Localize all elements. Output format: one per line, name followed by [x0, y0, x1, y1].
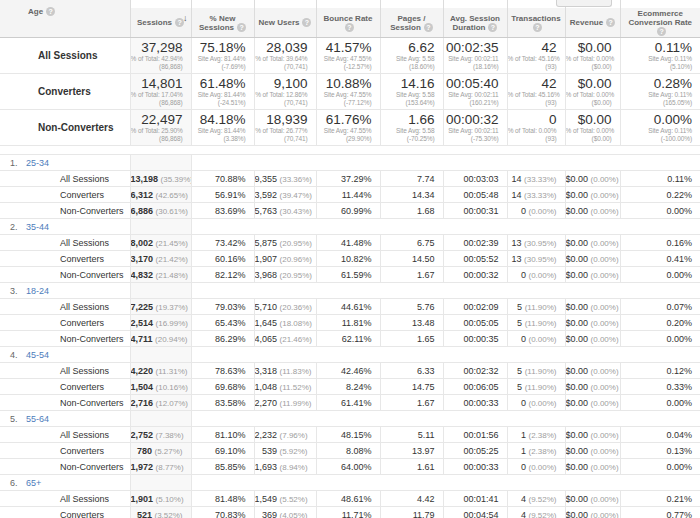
- bounce-rate-cell: 61.76%Site Avg: 47.55%(29.90%): [316, 110, 380, 146]
- column-label: Bounce Rate: [324, 14, 373, 23]
- revenue-cell: $0.00 (0.00%): [565, 203, 620, 219]
- new-users-cell: 2,270 (11.99%): [254, 395, 316, 411]
- pages-session-cell: 1.66Site Avg: 5.58(-70.25%): [380, 110, 443, 146]
- empty-cell: [191, 219, 700, 235]
- transactions-cell: 4 (9.52%): [507, 507, 565, 518]
- summary-row-label: All Sessions: [0, 38, 130, 74]
- help-icon[interactable]: ?: [424, 23, 433, 32]
- age-group-header-row: 2.35-44: [0, 219, 700, 235]
- summary-row-label: Non-Converters: [0, 110, 130, 146]
- pages-session-cell: 14.50: [380, 251, 443, 267]
- age-range-link[interactable]: 35-44: [26, 222, 49, 232]
- sessions-cell: [130, 283, 191, 299]
- empty-cell: [191, 283, 700, 299]
- sessions-cell: [130, 155, 191, 171]
- pages-session-cell: 11.79: [380, 507, 443, 518]
- column-header-bounce-rate[interactable]: Bounce Rate?: [316, 0, 380, 38]
- age-range-link[interactable]: 65+: [26, 478, 41, 488]
- column-label: Ecommerce Conversion Rate: [628, 9, 692, 27]
- sessions-cell: 780 (5.27%): [130, 443, 191, 459]
- new-sessions-cell: 84.18%Site Avg: 81.44%(3.38%): [191, 110, 254, 146]
- revenue-cell: $0.00 (0.00%): [565, 299, 620, 315]
- help-icon[interactable]: ?: [237, 23, 246, 32]
- column-header-percent-new-sessions[interactable]: % New Sessions?: [191, 0, 254, 38]
- help-icon[interactable]: ?: [533, 23, 542, 32]
- column-label: Transactions: [511, 14, 560, 23]
- partial-toolbar-button[interactable]: [556, 0, 612, 7]
- segment-row: Converters 1,504 (10.16%) 69.68% 1,048 (…: [0, 379, 700, 395]
- sessions-cell: 4,832 (21.48%): [130, 267, 191, 283]
- revenue-cell: $0.00 (0.00%): [565, 251, 620, 267]
- ecommerce-conversion-rate-cell: 0.04%: [620, 427, 700, 443]
- column-header-sessions[interactable]: Sessions?↓: [130, 0, 191, 38]
- sessions-cell: 2,514 (16.99%): [130, 315, 191, 331]
- bounce-rate-cell: 61.41%: [316, 395, 380, 411]
- sessions-cell: 4,220 (11.31%): [130, 363, 191, 379]
- new-sessions-cell: 56.91%: [191, 187, 254, 203]
- row-number: 3.: [10, 286, 26, 296]
- revenue-cell: $0.00 (0.00%): [565, 171, 620, 187]
- help-icon[interactable]: ?: [606, 18, 615, 27]
- bounce-rate-cell: 8.08%: [316, 443, 380, 459]
- new-sessions-cell: 75.18%Site Avg: 81.44%(-7.69%): [191, 38, 254, 74]
- new-users-cell: 2,232 (7.96%): [254, 427, 316, 443]
- segment-row: All Sessions 8,002 (21.45%) 73.42% 5,875…: [0, 235, 700, 251]
- new-sessions-cell: 81.10%: [191, 427, 254, 443]
- transactions-cell: 0 (0.00%): [507, 267, 565, 283]
- segment-row: All Sessions 2,752 (7.38%) 81.10% 2,232 …: [0, 427, 700, 443]
- age-range-link[interactable]: 18-24: [26, 286, 49, 296]
- new-sessions-cell: 70.83%: [191, 507, 254, 518]
- row-number: 5.: [10, 414, 26, 424]
- ecommerce-conversion-rate-cell: 0.20%: [620, 315, 700, 331]
- help-icon[interactable]: ?: [46, 7, 55, 16]
- sessions-cell: [130, 219, 191, 235]
- column-header-ecommerce-conversion-rate[interactable]: Ecommerce Conversion Rate?: [620, 0, 700, 38]
- column-header-pages-session[interactable]: Pages / Session?: [380, 0, 443, 38]
- column-header-new-users[interactable]: New Users?: [254, 0, 316, 38]
- column-header-avg-session-duration[interactable]: Avg. Session Duration?: [443, 0, 507, 38]
- age-range-link[interactable]: 25-34: [26, 158, 49, 168]
- session-duration-cell: 00:05:05: [443, 315, 507, 331]
- help-icon[interactable]: ?: [657, 27, 666, 36]
- new-sessions-cell: 81.48%: [191, 491, 254, 507]
- session-duration-cell: 00:00:32: [443, 267, 507, 283]
- revenue-cell: $0.00 (0.00%): [565, 267, 620, 283]
- segment-row: All Sessions 13,198 (35.39%) 70.88% 9,35…: [0, 171, 700, 187]
- help-icon[interactable]: ?: [488, 23, 497, 32]
- pages-session-cell: 6.33: [380, 363, 443, 379]
- age-group-label-cell: 6.65+: [0, 475, 130, 491]
- bounce-rate-cell: 60.99%: [316, 203, 380, 219]
- column-header-age[interactable]: Age?: [0, 0, 130, 38]
- age-group-label-cell: 2.35-44: [0, 219, 130, 235]
- sessions-cell: 1,972 (8.77%): [130, 459, 191, 475]
- ecommerce-conversion-rate-cell: 0.41%: [620, 251, 700, 267]
- sessions-cell: 8,002 (21.45%): [130, 235, 191, 251]
- transactions-cell: 0 (0.00%): [507, 203, 565, 219]
- transactions-cell: 13 (30.95%): [507, 251, 565, 267]
- sessions-cell: [130, 475, 191, 491]
- segment-row: Non-Converters 6,886 (30.61%) 83.69% 5,7…: [0, 203, 700, 219]
- new-users-cell: 9,355 (33.36%): [254, 171, 316, 187]
- bounce-rate-cell: 11.71%: [316, 507, 380, 518]
- sessions-cell: 3,170 (21.42%): [130, 251, 191, 267]
- ecommerce-conversion-rate-cell: 0.28%Site Avg: 0.11%(165.05%): [620, 74, 700, 110]
- new-users-cell: 1,693 (8.94%): [254, 459, 316, 475]
- session-duration-cell: 00:01:56: [443, 427, 507, 443]
- help-icon[interactable]: ?: [302, 18, 311, 27]
- help-icon[interactable]: ?: [345, 23, 354, 32]
- new-users-cell: 539 (5.92%): [254, 443, 316, 459]
- ecommerce-conversion-rate-cell: 0.33%: [620, 379, 700, 395]
- sessions-cell: 4,711 (20.94%): [130, 331, 191, 347]
- segment-row-label: All Sessions: [0, 491, 130, 507]
- age-range-link[interactable]: 45-54: [26, 350, 49, 360]
- segment-row-label: Converters: [0, 379, 130, 395]
- ecommerce-conversion-rate-cell: 0.16%: [620, 235, 700, 251]
- sessions-cell: 521 (3.52%): [130, 507, 191, 518]
- revenue-cell: $0.00 (0.00%): [565, 491, 620, 507]
- row-number: 4.: [10, 350, 26, 360]
- new-users-cell: 3,968 (20.95%): [254, 267, 316, 283]
- segment-row-label: All Sessions: [0, 299, 130, 315]
- age-range-link[interactable]: 55-64: [26, 414, 49, 424]
- sessions-cell: 1,901 (5.10%): [130, 491, 191, 507]
- pages-session-cell: 1.65: [380, 331, 443, 347]
